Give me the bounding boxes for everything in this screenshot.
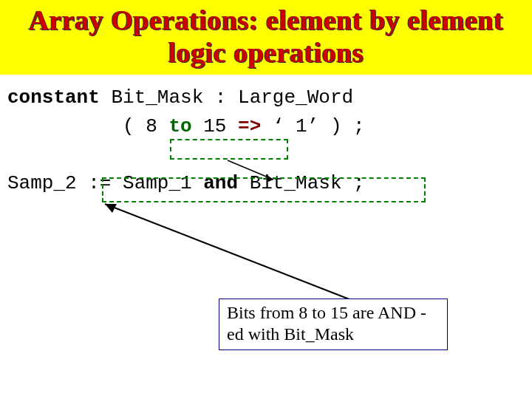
svg-marker-3 <box>105 204 117 213</box>
code-line-1: constant Bit_Mask : Large_Word <box>7 83 525 112</box>
keyword-constant: constant <box>7 86 100 109</box>
keyword-to: to <box>168 115 191 137</box>
annotation-text: Bits from 8 to 15 are AND -ed with Bit_M… <box>227 303 426 344</box>
code-text: Samp_2 := Samp_1 <box>7 172 203 194</box>
code-blank <box>7 141 525 169</box>
code-text: ( 8 <box>7 115 168 137</box>
keyword-fatarrow: => <box>238 115 261 137</box>
code-text: 15 <box>192 115 238 137</box>
code-text: Bit_Mask ; <box>238 172 365 194</box>
keyword-and: and <box>203 172 238 194</box>
code-block: constant Bit_Mask : Large_Word ( 8 to 15… <box>0 75 532 198</box>
svg-line-2 <box>105 204 353 301</box>
annotation-box: Bits from 8 to 15 are AND -ed with Bit_M… <box>219 299 448 350</box>
page-title: Array Operations: element by element log… <box>7 4 525 69</box>
title-bar: Array Operations: element by element log… <box>0 0 532 75</box>
code-line-3: Samp_2 := Samp_1 and Bit_Mask ; <box>7 169 525 198</box>
code-line-2: ( 8 to 15 => ‘ 1’ ) ; <box>7 112 525 141</box>
code-text: Bit_Mask : Large_Word <box>100 86 353 109</box>
code-text: ‘ 1’ ) ; <box>261 115 364 137</box>
